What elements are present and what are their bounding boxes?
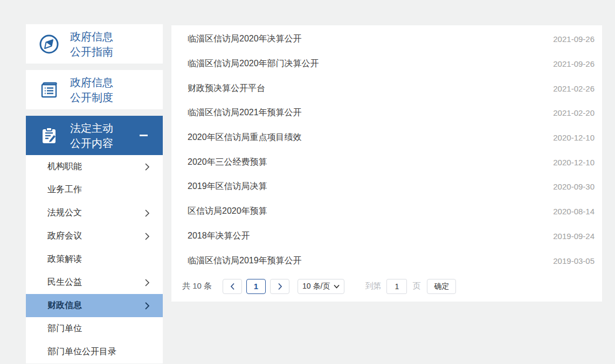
sidebar-section-label: 法定主动 公开内容 bbox=[70, 121, 113, 151]
prev-page-button[interactable] bbox=[223, 279, 242, 294]
label-line-2: 公开内容 bbox=[70, 136, 113, 151]
sidebar-section-legal-disclosure[interactable]: 法定主动 公开内容 bbox=[26, 116, 163, 155]
page-1-button[interactable]: 1 bbox=[246, 279, 266, 294]
chevron-right-icon bbox=[144, 278, 150, 287]
document-date: 2021-02-26 bbox=[553, 84, 595, 93]
document-date: 2020-12-10 bbox=[553, 158, 595, 167]
menu-item-label: 部门单位公开目录 bbox=[47, 346, 116, 358]
list-item: 临淄区信访局2020年决算公开 2021-09-26 bbox=[188, 27, 595, 52]
menu-item-label: 政府会议 bbox=[47, 230, 82, 242]
list-item: 2020年三公经费预算 2020-12-10 bbox=[188, 150, 595, 174]
document-link[interactable]: 临淄区信访局2020年部门决算公开 bbox=[188, 58, 319, 69]
document-link[interactable]: 2018年决算公开 bbox=[188, 230, 250, 242]
page: 政府信息 公开指南 政府信息 公开制度 bbox=[0, 0, 615, 364]
menu-item-label: 部门单位 bbox=[47, 323, 82, 334]
confirm-button[interactable]: 确定 bbox=[427, 279, 456, 294]
document-list: 临淄区信访局2020年决算公开 2021-09-26 临淄区信访局2020年部门… bbox=[171, 25, 602, 273]
menu-item-label: 机构职能 bbox=[47, 161, 82, 172]
chevron-down-icon bbox=[334, 284, 340, 289]
sidebar-item-disclosure-guide[interactable]: 政府信息 公开指南 bbox=[26, 24, 163, 64]
document-date: 2019-09-24 bbox=[553, 232, 595, 241]
label-line-1: 法定主动 bbox=[70, 121, 113, 136]
sidebar-item-public-welfare[interactable]: 民生公益 bbox=[26, 271, 163, 294]
next-page-button[interactable] bbox=[270, 279, 289, 294]
document-date: 2021-09-26 bbox=[553, 59, 595, 68]
document-link[interactable]: 区信访局2020年预算 bbox=[188, 206, 267, 217]
sidebar-item-policy-interpretation[interactable]: 政策解读 bbox=[26, 248, 163, 271]
goto-page-unit-label: 页 bbox=[412, 281, 420, 291]
document-link[interactable]: 2020年区信访局重点项目绩效 bbox=[188, 132, 302, 143]
sidebar-item-fiscal-information[interactable]: 财政信息 bbox=[26, 294, 163, 317]
label-line-2: 公开指南 bbox=[70, 44, 113, 59]
sidebar-item-regulations-documents[interactable]: 法规公文 bbox=[26, 201, 163, 225]
document-link[interactable]: 财政预决算公开平台 bbox=[188, 83, 265, 94]
label-line-2: 公开制度 bbox=[70, 90, 113, 105]
sidebar-item-departments[interactable]: 部门单位 bbox=[26, 317, 163, 340]
sidebar-item-organization-functions[interactable]: 机构职能 bbox=[26, 155, 163, 178]
chevron-right-icon bbox=[144, 209, 150, 218]
label-line-1: 政府信息 bbox=[70, 75, 113, 90]
goto-page-input[interactable] bbox=[386, 279, 407, 294]
document-date: 2021-02-20 bbox=[553, 108, 595, 117]
list-item: 2018年决算公开 2019-09-24 bbox=[188, 224, 595, 249]
chevron-right-icon bbox=[278, 283, 282, 290]
content-panel: 临淄区信访局2020年决算公开 2021-09-26 临淄区信访局2020年部门… bbox=[171, 25, 602, 302]
sidebar-item-departments-directory[interactable]: 部门单位公开目录 bbox=[26, 340, 163, 363]
menu-item-label: 民生公益 bbox=[47, 277, 82, 288]
chevron-right-icon bbox=[144, 232, 150, 241]
total-count-label: 共 10 条 bbox=[182, 281, 212, 291]
menu-item-label: 法规公文 bbox=[47, 207, 82, 219]
goto-page-label: 到第 bbox=[365, 281, 381, 291]
sidebar: 政府信息 公开指南 政府信息 公开制度 bbox=[26, 24, 163, 363]
list-item: 区信访局2020年预算 2020-08-14 bbox=[188, 199, 595, 224]
document-link[interactable]: 2019年区信访局决算 bbox=[188, 181, 267, 192]
menu-item-label: 财政信息 bbox=[47, 300, 82, 311]
chevron-right-icon bbox=[144, 302, 150, 310]
document-date: 2021-09-26 bbox=[553, 34, 595, 44]
page-size-value: 10 条/页 bbox=[302, 282, 330, 291]
chevron-right-icon bbox=[144, 163, 150, 171]
document-link[interactable]: 临淄区信访局2021年预算公开 bbox=[188, 107, 302, 118]
label-line-1: 政府信息 bbox=[70, 29, 113, 44]
list-item: 财政预决算公开平台 2021-02-26 bbox=[188, 76, 595, 101]
list-item: 2019年区信访局决算 2020-09-30 bbox=[188, 174, 595, 199]
menu-item-label: 业务工作 bbox=[47, 184, 82, 195]
document-date: 2020-08-14 bbox=[553, 207, 595, 216]
sidebar-menu: 机构职能 业务工作 法规公文 政府会议 政策解读 bbox=[26, 155, 163, 363]
notebook-icon bbox=[39, 80, 59, 100]
list-item: 2020年区信访局重点项目绩效 2020-12-10 bbox=[188, 125, 595, 150]
list-item: 临淄区信访局2020年部门决算公开 2021-09-26 bbox=[188, 52, 595, 76]
pagination-bar: 共 10 条 1 10 条/页 到第 页 确定 bbox=[182, 279, 602, 294]
document-link[interactable]: 2020年三公经费预算 bbox=[188, 157, 267, 168]
document-link[interactable]: 临淄区信访局2019年预算公开 bbox=[188, 255, 302, 267]
list-item: 临淄区信访局2019年预算公开 2019-03-05 bbox=[188, 248, 595, 273]
sidebar-item-label: 政府信息 公开指南 bbox=[70, 29, 113, 59]
compass-icon bbox=[39, 34, 59, 54]
sidebar-item-business-work[interactable]: 业务工作 bbox=[26, 178, 163, 201]
menu-item-label: 政策解读 bbox=[47, 254, 82, 265]
sidebar-item-government-meetings[interactable]: 政府会议 bbox=[26, 225, 163, 248]
document-link[interactable]: 临淄区信访局2020年决算公开 bbox=[188, 33, 302, 45]
sidebar-item-disclosure-system[interactable]: 政府信息 公开制度 bbox=[26, 70, 163, 109]
clipboard-pen-icon bbox=[39, 125, 59, 146]
document-date: 2020-09-30 bbox=[553, 182, 595, 191]
list-item: 临淄区信访局2021年预算公开 2021-02-20 bbox=[188, 101, 595, 125]
collapse-minus-icon[interactable] bbox=[140, 135, 148, 136]
document-date: 2020-12-10 bbox=[553, 133, 595, 142]
sidebar-item-label: 政府信息 公开制度 bbox=[70, 75, 113, 105]
page-size-select[interactable]: 10 条/页 bbox=[298, 279, 344, 294]
chevron-left-icon bbox=[230, 283, 235, 290]
document-date: 2019-03-05 bbox=[553, 256, 595, 265]
